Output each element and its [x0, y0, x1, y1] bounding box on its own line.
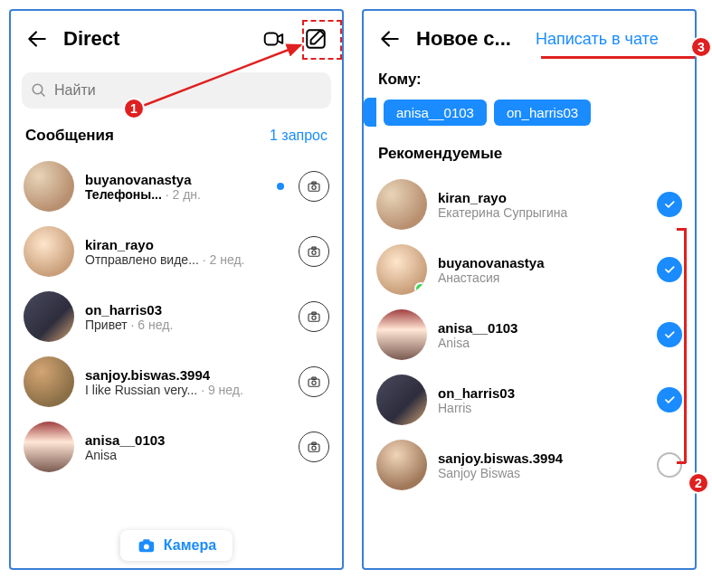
conversation-info: anisa__0103Anisa	[85, 432, 288, 462]
username: anisa__0103	[85, 432, 288, 448]
underline-annotation-3	[541, 56, 695, 59]
username: kiran_rayo	[85, 237, 288, 252]
recommended-row[interactable]: kiran_rayoЕкатерина Супрыгина	[364, 172, 695, 237]
step-marker-1: 1	[123, 98, 145, 119]
chip-partial	[364, 98, 376, 127]
recommended-row[interactable]: sanjoy.biswas.3994Sanjoy Biswas	[364, 432, 695, 498]
user-info: anisa__0103Anisa	[438, 320, 646, 350]
camera-label: Камера	[164, 537, 216, 554]
username: sanjoy.biswas.3994	[438, 450, 646, 466]
svg-point-10	[312, 316, 316, 319]
avatar	[24, 422, 74, 472]
arrow-left-icon	[25, 27, 49, 51]
conversation-row[interactable]: kiran_rayoОтправлено виде... · 2 нед.	[11, 219, 342, 284]
page-title: Direct	[63, 27, 248, 51]
svg-point-16	[312, 446, 316, 450]
back-button[interactable]	[22, 24, 52, 54]
check-icon	[663, 328, 676, 341]
unread-dot	[277, 183, 284, 190]
svg-rect-17	[312, 442, 317, 444]
username: kiran_rayo	[438, 190, 646, 205]
camera-icon	[306, 439, 322, 455]
camera-icon	[306, 243, 322, 260]
avatar	[376, 244, 427, 295]
username: buyanovanastya	[438, 255, 646, 270]
header: Direct	[11, 11, 342, 67]
display-name: Sanjoy Biswas	[438, 466, 646, 480]
conversation-row[interactable]: on_harris03Привет · 6 нед.	[11, 284, 342, 349]
username: sanjoy.biswas.3994	[85, 367, 288, 383]
bracket-top	[677, 228, 686, 231]
svg-point-7	[312, 251, 316, 254]
recipient-chip[interactable]: anisa__0103	[384, 100, 487, 126]
step-marker-3: 3	[690, 36, 712, 58]
display-name: Harris	[438, 401, 646, 415]
select-check[interactable]	[657, 322, 682, 347]
username: on_harris03	[438, 385, 646, 401]
svg-rect-0	[265, 33, 278, 45]
svg-point-19	[144, 544, 149, 549]
camera-shortcut[interactable]	[299, 432, 329, 462]
recommended-row[interactable]: buyanovanastyaАнастасия	[364, 237, 695, 302]
select-check[interactable]	[657, 192, 682, 217]
write-in-chat-button[interactable]: Написать в чате	[536, 30, 659, 49]
recommended-row[interactable]: anisa__0103Anisa	[364, 302, 695, 367]
conversation-info: buyanovanastyaТелефоны... · 2 дн.	[85, 172, 262, 202]
camera-shortcut[interactable]	[299, 366, 329, 397]
camera-shortcut[interactable]	[299, 236, 329, 267]
conversation-row[interactable]: sanjoy.biswas.3994I like Russian very...…	[11, 349, 342, 414]
svg-rect-3	[309, 184, 319, 191]
svg-point-4	[312, 185, 316, 189]
bracket-bottom	[677, 461, 686, 464]
camera-shortcut[interactable]	[299, 171, 329, 202]
user-info: kiran_rayoЕкатерина Супрыгина	[438, 190, 646, 220]
recommended-title: Рекомендуемые	[364, 139, 695, 172]
preview: Телефоны... · 2 дн.	[85, 187, 262, 202]
conversation-row[interactable]: anisa__0103Anisa	[11, 414, 342, 479]
user-info: sanjoy.biswas.3994Sanjoy Biswas	[438, 450, 646, 480]
recommended-row[interactable]: on_harris03Harris	[364, 367, 695, 432]
avatar	[24, 356, 74, 407]
select-check[interactable]	[657, 387, 682, 413]
svg-rect-9	[309, 314, 319, 321]
conversation-row[interactable]: buyanovanastyaТелефоны... · 2 дн.	[11, 154, 342, 219]
svg-rect-8	[312, 247, 317, 249]
search-input[interactable]	[54, 82, 322, 99]
avatar	[376, 440, 427, 490]
avatar	[24, 226, 74, 277]
username: anisa__0103	[438, 320, 646, 336]
direct-screen: Direct Сообщения 1 запрос buyanovanastya…	[9, 9, 344, 570]
svg-rect-15	[309, 444, 319, 451]
camera-button[interactable]: Камера	[120, 530, 233, 561]
select-check[interactable]	[657, 257, 682, 282]
username: on_harris03	[85, 302, 288, 318]
messages-section-header: Сообщения 1 запрос	[11, 121, 342, 154]
avatar	[376, 375, 427, 425]
check-icon	[663, 198, 676, 211]
video-call-button[interactable]	[259, 24, 290, 54]
svg-rect-14	[312, 377, 317, 379]
check-icon	[663, 394, 676, 406]
new-message-screen: Новое с... Написать в чате Кому: anisa__…	[362, 9, 697, 570]
preview: I like Russian very... · 9 нед.	[85, 383, 288, 397]
svg-point-13	[312, 381, 316, 384]
requests-link[interactable]: 1 запрос	[270, 128, 328, 144]
display-name: Анастасия	[438, 270, 646, 285]
video-icon	[262, 27, 286, 51]
avatar	[376, 309, 427, 360]
camera-shortcut[interactable]	[299, 301, 329, 332]
back-button[interactable]	[375, 24, 405, 54]
avatar	[376, 179, 427, 230]
svg-rect-20	[143, 539, 149, 543]
camera-icon	[137, 536, 157, 555]
recipient-chips: anisa__0103on_harris03	[364, 98, 695, 139]
user-info: on_harris03Harris	[438, 385, 646, 415]
camera-icon	[306, 178, 322, 194]
svg-rect-6	[309, 249, 319, 256]
recipient-chip[interactable]: on_harris03	[494, 100, 591, 126]
select-check[interactable]	[657, 452, 682, 478]
camera-icon	[306, 308, 322, 325]
display-name: Екатерина Супрыгина	[438, 205, 646, 220]
search-input-container[interactable]	[22, 72, 331, 109]
bracket-annotation-2	[684, 228, 687, 463]
